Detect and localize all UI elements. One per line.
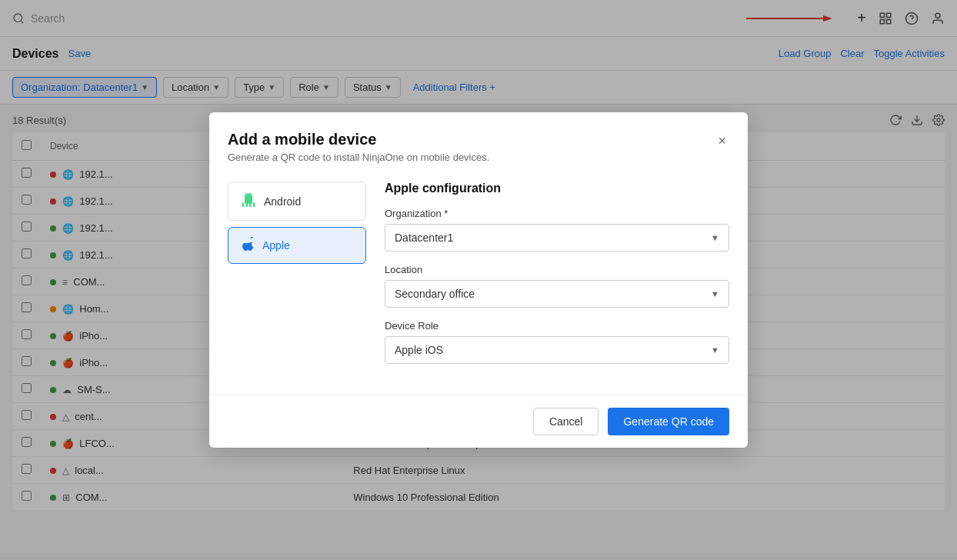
location-chevron-icon: ▼ — [711, 289, 719, 298]
modal-subtitle: Generate a QR code to install NinjaOne o… — [228, 152, 489, 163]
modal-title-area: Add a mobile device Generate a QR code t… — [228, 131, 489, 163]
device-role-label: Device Role — [385, 320, 729, 332]
device-role-field-group: Device Role Apple iOS ▼ — [385, 320, 729, 364]
apple-label: Apple — [262, 239, 290, 252]
organization-select[interactable]: Datacenter1 ▼ — [385, 224, 729, 252]
modal-close-button[interactable]: × — [715, 131, 729, 151]
android-label: Android — [264, 195, 301, 208]
modal-overlay[interactable]: Add a mobile device Generate a QR code t… — [0, 0, 957, 557]
config-section-title: Apple configuration — [385, 182, 729, 195]
location-field-group: Location Secondary office ▼ — [385, 264, 729, 308]
organization-field-group: Organization * Datacenter1 ▼ — [385, 208, 729, 252]
device-role-value: Apple iOS — [395, 344, 443, 356]
location-select[interactable]: Secondary office ▼ — [385, 280, 729, 308]
location-select-value: Secondary office — [395, 288, 475, 300]
apple-device-type-button[interactable]: Apple — [228, 227, 366, 264]
modal-body: Android Apple Apple configuration Organi… — [209, 163, 748, 395]
location-field-label: Location — [385, 264, 729, 275]
organization-select-value: Datacenter1 — [395, 232, 453, 244]
modal-footer: Cancel Generate QR code — [209, 395, 748, 448]
modal-header: Add a mobile device Generate a QR code t… — [209, 112, 748, 163]
modal-title: Add a mobile device — [228, 131, 489, 148]
modal: Add a mobile device Generate a QR code t… — [209, 112, 748, 448]
generate-qr-button[interactable]: Generate QR code — [608, 408, 729, 435]
device-type-panel: Android Apple — [228, 182, 366, 376]
organization-field-label: Organization * — [385, 208, 729, 219]
cancel-button[interactable]: Cancel — [533, 408, 599, 435]
device-role-select[interactable]: Apple iOS ▼ — [385, 336, 729, 364]
apple-icon — [241, 237, 255, 254]
organization-chevron-icon: ▼ — [711, 233, 719, 242]
android-device-type-button[interactable]: Android — [228, 182, 366, 221]
android-icon — [241, 192, 256, 211]
config-panel: Apple configuration Organization * Datac… — [385, 182, 729, 376]
device-role-chevron-icon: ▼ — [711, 345, 719, 355]
